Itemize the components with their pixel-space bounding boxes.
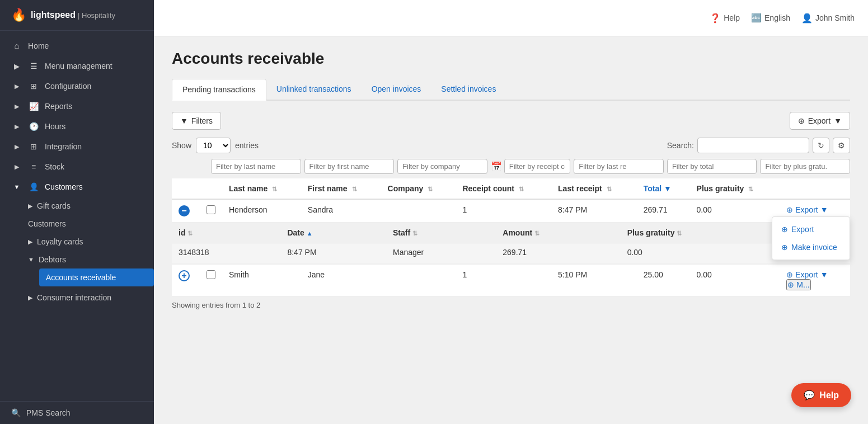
sidebar-item-customers-sub[interactable]: Customers bbox=[28, 215, 154, 233]
sidebar-item-configuration[interactable]: ▶ ⊞ Configuration bbox=[0, 76, 154, 96]
logo-sub: | Hospitality bbox=[78, 11, 115, 20]
sidebar-item-stock-label: Stock bbox=[45, 162, 64, 171]
dropdown-invoice-icon: ⊕ bbox=[781, 243, 788, 252]
th-first-name-sort: ⇅ bbox=[352, 186, 357, 192]
menu-mgmt-icon2: ☰ bbox=[28, 62, 39, 70]
exp-th-amount-sort: ⇅ bbox=[534, 230, 539, 237]
row2-total: 25.00 bbox=[637, 265, 690, 296]
row2-receipt-count: 1 bbox=[456, 265, 551, 296]
logo: 🔥 lightspeed | Hospitality bbox=[0, 0, 154, 31]
pms-search[interactable]: 🔍 PMS Search bbox=[11, 408, 143, 417]
pms-search-icon: 🔍 bbox=[11, 408, 21, 417]
th-last-receipt[interactable]: Last receipt ⇅ bbox=[551, 178, 637, 199]
filter-last-receipt[interactable] bbox=[574, 159, 664, 174]
home-icon: ⌂ bbox=[11, 41, 22, 50]
dropdown-make-invoice-item[interactable]: ⊕ Make invoice bbox=[772, 238, 850, 256]
user-menu[interactable]: 👤 John Smith bbox=[801, 13, 855, 23]
filters-button[interactable]: ▼ Filters bbox=[172, 112, 221, 130]
filters-btn-label: Filters bbox=[191, 116, 213, 125]
integration-icon: ⊞ bbox=[28, 142, 39, 151]
th-last-name-label: Last name bbox=[229, 184, 268, 193]
tab-open[interactable]: Open invoices bbox=[362, 79, 431, 101]
expanded-row1-cell: id ⇅ Date ▲ bbox=[172, 223, 850, 265]
tab-settled[interactable]: Settled invoices bbox=[431, 79, 506, 101]
tab-unlinked[interactable]: Unlinked transactions bbox=[266, 79, 362, 101]
row2-invoice-icon: ⊕ bbox=[787, 280, 794, 289]
help-float-button[interactable]: 💬 Help bbox=[791, 383, 851, 407]
exp-th-amount[interactable]: Amount ⇅ bbox=[496, 223, 620, 243]
integration-arrow: ▶ bbox=[11, 143, 22, 150]
row2-make-invoice-button[interactable]: ⊕ M... bbox=[786, 279, 810, 290]
config-arrow: ▶ bbox=[11, 83, 22, 90]
sidebar-item-gift-cards[interactable]: ▶ Gift cards bbox=[28, 197, 154, 215]
help-topbar[interactable]: ❓ Help bbox=[710, 13, 740, 23]
row1-checkbox[interactable] bbox=[207, 205, 215, 214]
settings-icon: ⚙ bbox=[838, 141, 845, 150]
row2-toggle[interactable]: + bbox=[179, 270, 190, 281]
sidebar-item-menu-management[interactable]: ▶ ☰ Menu management bbox=[0, 56, 154, 76]
entries-select[interactable]: 10 25 50 100 bbox=[196, 138, 231, 153]
th-receipt-count-label: Receipt count bbox=[462, 184, 514, 193]
showing-text: Showing entries from 1 to 2 bbox=[172, 301, 850, 309]
sidebar-item-consumer-interaction[interactable]: ▶ Consumer interaction bbox=[28, 289, 154, 307]
filter-last-name[interactable] bbox=[211, 159, 301, 174]
row2-checkbox[interactable] bbox=[207, 270, 215, 279]
row1-actions: ⊕ Export ▼ ⊕ Export bbox=[780, 199, 850, 223]
debtors-arrow: ▼ bbox=[28, 256, 34, 263]
filter-icon: ▼ bbox=[180, 116, 188, 125]
sidebar-item-debtors[interactable]: ▼ Debtors bbox=[28, 251, 154, 268]
exp-th-id[interactable]: id ⇅ bbox=[172, 223, 280, 243]
row1-toggle[interactable]: − bbox=[179, 205, 190, 216]
th-last-name[interactable]: Last name ⇅ bbox=[222, 178, 301, 199]
settings-button[interactable]: ⚙ bbox=[833, 138, 850, 153]
th-receipt-count[interactable]: Receipt count ⇅ bbox=[456, 178, 551, 199]
row2-export-dropdown: ▼ bbox=[820, 270, 828, 279]
sub-row1-amount: 269.71 bbox=[496, 243, 620, 264]
help-float-label: Help bbox=[819, 390, 839, 401]
table-header-row: Last name ⇅ First name ⇅ Company ⇅ bbox=[172, 178, 850, 199]
exp-th-plus-gratuity[interactable]: Plus gratuity ⇅ bbox=[621, 223, 789, 243]
th-company[interactable]: Company ⇅ bbox=[381, 178, 456, 199]
customers-arrow: ▼ bbox=[11, 183, 22, 190]
sidebar-item-accounts-receivable[interactable]: Accounts receivable bbox=[39, 268, 154, 286]
row2-export-button[interactable]: ⊕ Export ▼ bbox=[786, 270, 828, 279]
row1-export-label: Export bbox=[795, 205, 818, 214]
dropdown-export-item[interactable]: ⊕ Export bbox=[772, 220, 850, 238]
filter-plus-gratuity[interactable] bbox=[760, 159, 850, 174]
dropdown-export-icon: ⊕ bbox=[781, 225, 788, 234]
sidebar-item-stock[interactable]: ▶ ≡ Stock bbox=[0, 157, 154, 177]
filter-row: 📅 bbox=[211, 159, 850, 174]
row2-actions: ⊕ Export ▼ ⊕ M... bbox=[780, 265, 850, 296]
filter-company[interactable] bbox=[397, 159, 487, 174]
filter-total[interactable] bbox=[667, 159, 757, 174]
tab-pending[interactable]: Pending transactions bbox=[172, 79, 266, 101]
expanded-row1: id ⇅ Date ▲ bbox=[172, 223, 850, 265]
dropdown-export-label: Export bbox=[791, 225, 814, 234]
sidebar-item-loyalty-cards[interactable]: ▶ Loyalty cards bbox=[28, 233, 154, 251]
refresh-button[interactable]: ↻ bbox=[813, 138, 829, 153]
row1-export-button[interactable]: ⊕ Export ▼ bbox=[786, 205, 828, 214]
row1-company bbox=[381, 199, 456, 223]
sidebar-item-reports[interactable]: ▶ 📈 Reports bbox=[0, 96, 154, 116]
th-plus-gratuity[interactable]: Plus gratuity ⇅ bbox=[690, 178, 780, 199]
language-selector[interactable]: 🔤 English bbox=[751, 13, 790, 23]
sidebar-item-hours[interactable]: ▶ 🕐 Hours bbox=[0, 116, 154, 136]
export-button[interactable]: ⊕ Export ▼ bbox=[790, 112, 850, 130]
sidebar-item-integration[interactable]: ▶ ⊞ Integration bbox=[0, 136, 154, 157]
sidebar-item-home[interactable]: ⌂ Home bbox=[0, 35, 154, 56]
exp-th-staff[interactable]: Staff ⇅ bbox=[386, 223, 496, 243]
sidebar-item-gift-cards-label: Gift cards bbox=[37, 201, 71, 210]
page-content: Accounts receivable Pending transactions… bbox=[154, 36, 868, 424]
search-input[interactable] bbox=[697, 138, 809, 153]
th-first-name[interactable]: First name ⇅ bbox=[301, 178, 381, 199]
sidebar-item-customers[interactable]: ▼ 👤 Customers bbox=[0, 177, 154, 197]
filter-first-name[interactable] bbox=[304, 159, 395, 174]
filter-receipt-cat[interactable] bbox=[504, 159, 571, 174]
sidebar-item-integration-label: Integration bbox=[45, 142, 82, 151]
th-total[interactable]: Total ▼ bbox=[637, 178, 690, 199]
show-entries: Show 10 25 50 100 entries bbox=[172, 138, 259, 153]
th-receipt-count-sort: ⇅ bbox=[519, 186, 524, 192]
search-label: Search: bbox=[667, 141, 694, 150]
tab-settled-label: Settled invoices bbox=[441, 84, 496, 93]
exp-th-date[interactable]: Date ▲ bbox=[280, 223, 386, 243]
